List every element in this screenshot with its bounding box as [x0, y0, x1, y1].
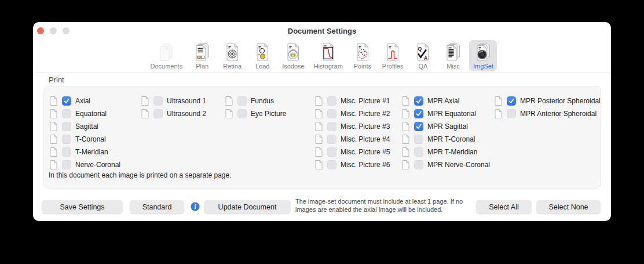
- select-all-button[interactable]: Select All: [476, 200, 532, 214]
- info-icon[interactable]: i: [191, 202, 200, 211]
- checkbox-mpr-sagittal[interactable]: [414, 122, 423, 131]
- checkbox-misc-picture-1[interactable]: [327, 96, 336, 106]
- page-icon: [315, 122, 323, 131]
- checkbox-mpr-t-coronal[interactable]: [414, 135, 423, 144]
- print-column-5: MPR AxialMPR EquatorialMPR SagittalMPR T…: [402, 95, 490, 171]
- isodose-icon: [283, 42, 303, 62]
- print-item-row: Equatorial: [50, 107, 120, 120]
- page-icon: [315, 109, 323, 118]
- toolbar-item-label: Profiles: [382, 63, 404, 70]
- page-icon: [225, 109, 233, 118]
- checkbox-label: MPR T-Coronal: [427, 135, 475, 143]
- checkbox-label: Misc. Picture #6: [341, 161, 390, 169]
- checkbox-misc-picture-6[interactable]: [327, 160, 336, 169]
- toolbar-item-label: Misc: [447, 63, 460, 70]
- toolbar-item-plan[interactable]: Plan: [188, 40, 216, 71]
- checkbox-label: Fundus: [251, 97, 274, 105]
- print-item-row: MPR T-Meridian: [402, 146, 490, 158]
- save-settings-button[interactable]: Save Settings: [42, 200, 123, 214]
- checkbox-misc-picture-3[interactable]: [327, 122, 336, 131]
- page-icon: [50, 160, 57, 169]
- checkbox-mpr-equatorial[interactable]: [414, 109, 423, 118]
- page-icon: [50, 122, 57, 131]
- checkbox-label: MPR Anterior Spheroidal: [520, 110, 597, 118]
- page-icon: [141, 109, 149, 118]
- checkbox-ultrasound-1[interactable]: [153, 96, 163, 106]
- toolbar-item-documents[interactable]: Documents: [147, 40, 186, 71]
- page-icon: [402, 147, 409, 157]
- toolbar-item-isodose[interactable]: Isodose: [279, 40, 308, 71]
- print-column-2: Ultrasound 1Ultrasound 2: [141, 95, 206, 120]
- print-item-row: T-Meridian: [50, 146, 120, 158]
- checkbox-label: Axial: [75, 97, 90, 105]
- checkbox-t-coronal[interactable]: [62, 135, 71, 144]
- checkbox-label: Equatorial: [75, 110, 107, 118]
- print-panel: AxialEquatorialSagittalT-CoronalT-Meridi…: [43, 86, 601, 189]
- checkbox-eye-picture[interactable]: [237, 109, 247, 118]
- checkbox-misc-picture-4[interactable]: [327, 135, 336, 144]
- checkbox-label: T-Meridian: [75, 148, 108, 156]
- print-item-row: Misc. Picture #4: [315, 133, 390, 146]
- page-icon: [50, 96, 57, 106]
- toolbar-item-load[interactable]: Load: [248, 40, 276, 71]
- checkbox-label: T-Coronal: [75, 135, 106, 143]
- checkbox-label: MPR Posterior Spheroidal: [520, 97, 601, 105]
- checkbox-mpr-t-meridian[interactable]: [414, 147, 423, 157]
- checkbox-label: Misc. Picture #4: [341, 135, 390, 143]
- page-icon: [50, 109, 57, 118]
- page-icon: [495, 109, 502, 118]
- page-icon: [50, 135, 57, 144]
- print-item-row: Misc. Picture #2: [315, 107, 390, 120]
- page-icon: [315, 135, 323, 144]
- checkbox-t-meridian[interactable]: [62, 147, 71, 157]
- checkbox-ultrasound-2[interactable]: [153, 109, 163, 118]
- checkbox-sagittal[interactable]: [62, 122, 71, 131]
- update-document-button[interactable]: Update Document: [204, 200, 291, 214]
- imgset-icon: [473, 42, 493, 62]
- page-icon: [50, 147, 57, 157]
- page-icon: [402, 96, 409, 106]
- toolbar-item-label: Isodose: [282, 63, 305, 70]
- checkbox-axial[interactable]: [62, 96, 71, 106]
- toolbar-item-retina[interactable]: Retina: [218, 40, 246, 71]
- toolbar-item-profiles[interactable]: Profiles: [379, 40, 407, 71]
- checkbox-misc-picture-5[interactable]: [327, 147, 336, 157]
- toolbar-item-qa[interactable]: QAQA: [409, 40, 437, 71]
- checkbox-misc-picture-2[interactable]: [327, 109, 336, 118]
- checkbox-mpr-anterior-spheroidal[interactable]: [507, 109, 516, 118]
- checkbox-mpr-axial[interactable]: [414, 96, 423, 106]
- documents-icon: [156, 42, 177, 62]
- toolbar-item-histogram[interactable]: Histogram: [310, 40, 346, 71]
- toolbar-item-misc[interactable]: Misc: [439, 40, 467, 71]
- checkbox-fundus[interactable]: [237, 96, 247, 106]
- page-icon: [315, 147, 323, 157]
- select-none-button[interactable]: Select None: [536, 200, 601, 214]
- toolbar-item-label: Retina: [223, 63, 241, 70]
- checkbox-mpr-posterior-spheroidal[interactable]: [507, 96, 516, 106]
- checkbox-label: MPR Nerve-Coronal: [427, 161, 490, 169]
- print-item-row: Eye Picture: [225, 107, 286, 120]
- profiles-icon: [382, 42, 403, 62]
- print-item-row: Misc. Picture #5: [315, 146, 390, 158]
- toolbar: DocumentsPlanRetinaLoadIsodoseHistogramP…: [33, 37, 611, 71]
- print-column-6: MPR Posterior SpheroidalMPR Anterior Sph…: [495, 95, 601, 120]
- print-item-row: Misc. Picture #1: [315, 95, 390, 107]
- checkbox-mpr-nerve-coronal[interactable]: [414, 160, 423, 169]
- print-column-3: FundusEye Picture: [225, 95, 286, 120]
- toolbar-item-imgset[interactable]: ImgSet: [469, 40, 497, 71]
- print-item-row: MPR T-Coronal: [402, 133, 490, 146]
- checkbox-label: Misc. Picture #3: [341, 122, 390, 131]
- panel-note: In this document each image is printed o…: [49, 171, 232, 179]
- svg-text:Q: Q: [418, 46, 422, 52]
- checkbox-label: MPR T-Meridian: [427, 148, 477, 156]
- print-item-row: MPR Nerve-Coronal: [402, 158, 490, 171]
- toolbar-item-label: Histogram: [314, 63, 343, 70]
- toolbar-item-points[interactable]: Points: [349, 40, 376, 71]
- print-item-row: Fundus: [225, 95, 286, 107]
- misc-icon: [442, 42, 463, 62]
- checkbox-equatorial[interactable]: [62, 109, 71, 118]
- print-item-row: T-Coronal: [50, 133, 120, 146]
- checkbox-label: Misc. Picture #1: [341, 97, 390, 105]
- standard-button[interactable]: Standard: [130, 200, 184, 214]
- checkbox-nerve-coronal[interactable]: [62, 160, 71, 169]
